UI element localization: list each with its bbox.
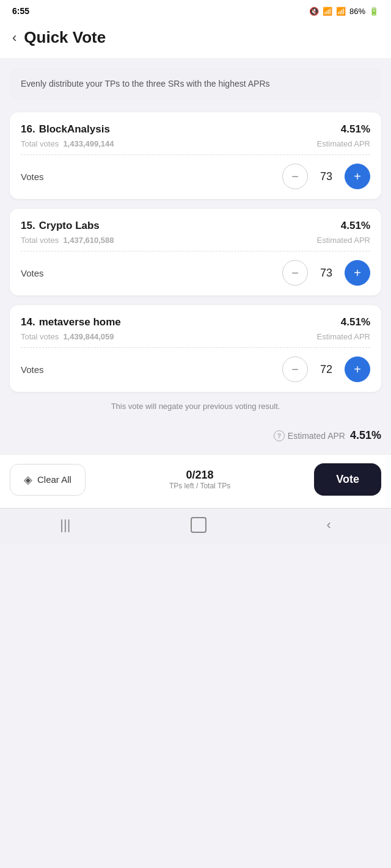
status-time: 6:55	[12, 6, 29, 16]
sr-card-3-name: metaverse home	[39, 316, 121, 328]
sr-card-3-mid: Total votes 1,439,844,059 Estimated APR	[21, 332, 370, 341]
back-button[interactable]: ‹	[12, 30, 16, 46]
sr-card-3-name-row: 14. metaverse home	[21, 316, 121, 328]
sr-card-1-increment-button[interactable]: +	[345, 164, 370, 189]
sr-card-1-divider	[21, 154, 370, 155]
sr-card-2-votes-label: Votes	[21, 268, 44, 278]
info-box-text: Evenly distribute your TPs to the three …	[21, 79, 270, 89]
sr-card-2-mid: Total votes 1,437,610,588 Estimated APR	[21, 236, 370, 245]
sr-card-2-stepper: − 73 +	[282, 260, 370, 286]
sr-card-3-rank: 14.	[21, 316, 35, 328]
sr-card-3-estimated-apr-label: Estimated APR	[317, 332, 370, 341]
sr-card-2-bottom: Votes − 73 +	[21, 260, 370, 286]
apr-summary-label: ? Estimated APR	[274, 430, 345, 441]
tp-fraction: 0/218	[93, 469, 307, 482]
sr-card-2-apr: 4.51%	[341, 220, 370, 232]
sr-card-3-votes-label: Votes	[21, 364, 44, 375]
sr-card-3-apr: 4.51%	[341, 316, 370, 328]
apr-help-icon[interactable]: ?	[274, 430, 285, 441]
mute-icon: 🔇	[309, 7, 319, 16]
battery-text: 86%	[349, 7, 365, 16]
sr-card-1-stepper: − 73 +	[282, 164, 370, 189]
sr-card-2-decrement-button[interactable]: −	[282, 260, 308, 286]
sr-card-1-name: BlockAnalysis	[39, 123, 110, 136]
nav-recent-icon[interactable]: |||	[60, 517, 70, 533]
sr-card-3: 14. metaverse home 4.51% Total votes 1,4…	[10, 305, 381, 392]
nav-home-icon[interactable]	[191, 517, 206, 533]
sr-card-3-divider	[21, 347, 370, 348]
bottom-bar: ◈ Clear All 0/218 TPs left / Total TPs V…	[0, 454, 391, 508]
tp-label: TPs left / Total TPs	[93, 482, 307, 490]
sr-card-1-top: 16. BlockAnalysis 4.51%	[21, 123, 370, 136]
sr-card-2-name-row: 15. Crypto Labs	[21, 220, 100, 232]
sr-card-2-votes-value: 73	[318, 267, 335, 280]
apr-summary-value: 4.51%	[350, 429, 381, 442]
negate-warning: This vote will negate your previous voti…	[10, 402, 381, 411]
battery-icon: 🔋	[369, 7, 379, 16]
sr-card-3-votes-value: 72	[318, 363, 335, 376]
sr-card-1-apr: 4.51%	[341, 123, 370, 136]
sr-card-1-total-votes-label: Total votes 1,433,499,144	[21, 139, 114, 148]
status-icons: 🔇 📶 📶 86% 🔋	[309, 7, 379, 16]
sr-card-1-name-row: 16. BlockAnalysis	[21, 123, 110, 136]
sr-card-1-votes-label: Votes	[21, 172, 44, 182]
clear-icon: ◈	[24, 473, 32, 486]
main-content: Evenly distribute your TPs to the three …	[0, 58, 391, 411]
info-box: Evenly distribute your TPs to the three …	[10, 68, 381, 100]
nav-back-icon[interactable]: ‹	[326, 517, 331, 533]
sr-card-2-divider	[21, 251, 370, 251]
sr-card-2: 15. Crypto Labs 4.51% Total votes 1,437,…	[10, 209, 381, 295]
sr-card-2-top: 15. Crypto Labs 4.51%	[21, 220, 370, 232]
apr-summary: ? Estimated APR 4.51%	[0, 423, 391, 454]
sr-card-2-increment-button[interactable]: +	[345, 260, 370, 286]
header: ‹ Quick Vote	[0, 20, 391, 58]
sr-card-3-stepper: − 72 +	[282, 356, 370, 382]
sr-card-1-estimated-apr-label: Estimated APR	[317, 139, 370, 148]
sr-card-3-top: 14. metaverse home 4.51%	[21, 316, 370, 328]
sr-card-1-votes-value: 73	[318, 170, 335, 183]
sr-card-2-rank: 15.	[21, 220, 35, 232]
sr-card-3-increment-button[interactable]: +	[345, 356, 370, 382]
sr-card-3-bottom: Votes − 72 +	[21, 356, 370, 382]
vote-button[interactable]: Vote	[314, 463, 381, 496]
sr-card-1-rank: 16.	[21, 123, 35, 136]
sr-card-1-bottom: Votes − 73 +	[21, 164, 370, 189]
sr-card-2-name: Crypto Labs	[39, 220, 100, 232]
sr-card-2-total-votes-label: Total votes 1,437,610,588	[21, 236, 114, 245]
tp-info: 0/218 TPs left / Total TPs	[93, 469, 307, 490]
nav-bar: ||| ‹	[0, 508, 391, 544]
sr-card-1-mid: Total votes 1,433,499,144 Estimated APR	[21, 139, 370, 148]
sr-card-2-estimated-apr-label: Estimated APR	[317, 236, 370, 245]
sr-card-1-decrement-button[interactable]: −	[282, 164, 308, 189]
page-title: Quick Vote	[24, 28, 106, 47]
clear-all-button[interactable]: ◈ Clear All	[10, 464, 86, 496]
wifi-icon: 📶	[323, 7, 332, 16]
status-bar: 6:55 🔇 📶 📶 86% 🔋	[0, 0, 391, 20]
clear-all-label: Clear All	[37, 474, 71, 485]
sr-card-3-decrement-button[interactable]: −	[282, 356, 308, 382]
sr-card-1: 16. BlockAnalysis 4.51% Total votes 1,43…	[10, 112, 381, 199]
signal-icon: 📶	[336, 7, 346, 16]
sr-card-3-total-votes-label: Total votes 1,439,844,059	[21, 332, 114, 341]
